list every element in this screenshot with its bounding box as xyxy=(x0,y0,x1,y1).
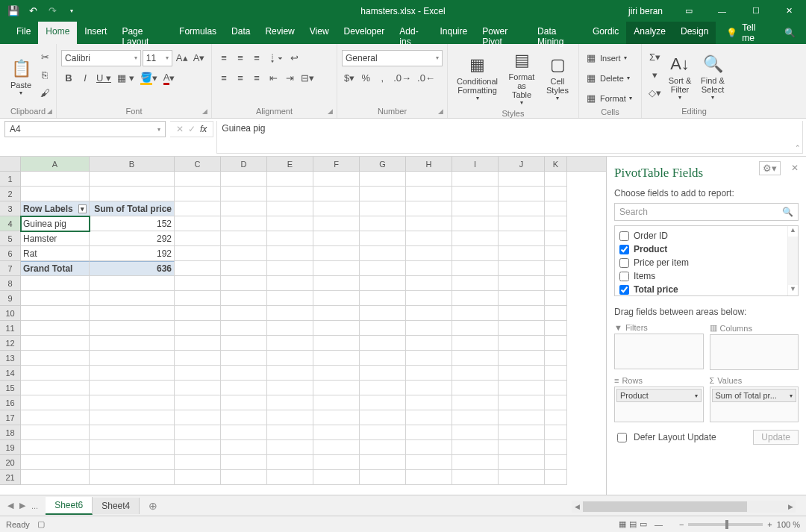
cell[interactable] xyxy=(221,440,267,455)
cell[interactable] xyxy=(267,187,313,201)
cell[interactable] xyxy=(406,306,452,321)
cell[interactable] xyxy=(360,381,406,395)
comma-format-icon[interactable]: , xyxy=(375,70,390,87)
cell[interactable] xyxy=(313,172,360,187)
cell[interactable] xyxy=(313,261,360,276)
view-page-layout-icon[interactable]: ▤ xyxy=(629,519,637,529)
cell[interactable] xyxy=(452,172,499,187)
underline-button[interactable]: U ▾ xyxy=(94,70,113,87)
cell[interactable]: 636 xyxy=(90,261,175,276)
sheet-nav-prev-icon[interactable]: ◀ xyxy=(7,501,13,510)
cell[interactable] xyxy=(406,440,452,455)
field-item[interactable]: Order ID xyxy=(615,229,798,242)
fill-color-icon[interactable]: 🪣▾ xyxy=(138,70,160,87)
cell[interactable] xyxy=(406,470,452,485)
tab-home[interactable]: Home xyxy=(38,22,77,44)
cell[interactable] xyxy=(545,395,567,410)
cell[interactable] xyxy=(221,172,267,187)
cell[interactable] xyxy=(90,455,175,470)
percent-format-icon[interactable]: % xyxy=(358,70,373,87)
cell[interactable] xyxy=(90,351,175,366)
row-header[interactable]: 2 xyxy=(0,187,21,201)
col-header-f[interactable]: F xyxy=(313,157,360,171)
cell[interactable] xyxy=(499,172,545,187)
cell[interactable] xyxy=(267,172,313,187)
cell[interactable] xyxy=(313,291,360,306)
col-header-d[interactable]: D xyxy=(221,157,267,171)
cell[interactable] xyxy=(221,366,267,381)
fx-expand-icon[interactable]: ⌃ xyxy=(795,144,801,151)
cell[interactable] xyxy=(313,306,360,321)
cell[interactable] xyxy=(360,321,406,336)
cell[interactable] xyxy=(452,291,499,306)
cell[interactable] xyxy=(175,291,221,306)
tab-insert[interactable]: Insert xyxy=(77,22,114,44)
cell[interactable] xyxy=(545,425,567,440)
align-middle-icon[interactable]: ≡ xyxy=(233,50,248,66)
cell[interactable] xyxy=(175,172,221,187)
undo-icon[interactable]: ↶ xyxy=(27,5,39,17)
cell[interactable] xyxy=(452,246,499,261)
cell[interactable] xyxy=(313,187,360,201)
format-as-table-button[interactable]: ▤Format as Table▾ xyxy=(502,46,541,109)
tab-developer[interactable]: Developer xyxy=(337,22,393,44)
copy-icon[interactable]: ⎘ xyxy=(37,66,52,83)
tell-me[interactable]: 💡Tell me xyxy=(716,22,774,44)
cell[interactable] xyxy=(175,410,221,425)
cell[interactable] xyxy=(221,231,267,246)
tab-file[interactable]: File xyxy=(9,22,38,44)
cell[interactable] xyxy=(545,381,567,395)
cell[interactable] xyxy=(545,410,567,425)
cell[interactable] xyxy=(313,246,360,261)
cell[interactable] xyxy=(499,261,545,276)
cell[interactable] xyxy=(221,321,267,336)
shrink-font-icon[interactable]: A▾ xyxy=(191,50,207,66)
cell[interactable] xyxy=(221,381,267,395)
orientation-icon[interactable]: ⭭▾ xyxy=(266,50,285,66)
cell[interactable] xyxy=(221,395,267,410)
horizontal-scrollbar[interactable]: ◀▶ xyxy=(572,501,796,513)
col-header-h[interactable]: H xyxy=(406,157,452,171)
sheet-nav-next-icon[interactable]: ▶ xyxy=(19,501,25,510)
cell[interactable] xyxy=(221,201,267,216)
cell[interactable] xyxy=(90,366,175,381)
cell[interactable] xyxy=(313,276,360,291)
cell[interactable] xyxy=(452,440,499,455)
cell[interactable] xyxy=(499,321,545,336)
minimize-icon[interactable]: — xyxy=(705,0,739,22)
align-top-icon[interactable]: ≡ xyxy=(216,50,231,66)
cell[interactable] xyxy=(267,276,313,291)
cell[interactable] xyxy=(360,306,406,321)
cell[interactable] xyxy=(313,231,360,246)
cell[interactable] xyxy=(360,187,406,201)
cell[interactable] xyxy=(545,187,567,201)
cell[interactable] xyxy=(406,201,452,216)
cell[interactable] xyxy=(452,231,499,246)
clipboard-dialog-icon[interactable]: ◢ xyxy=(47,107,52,115)
cell[interactable] xyxy=(267,321,313,336)
cell[interactable] xyxy=(545,306,567,321)
cell[interactable] xyxy=(545,336,567,351)
close-icon[interactable]: ✕ xyxy=(772,0,806,22)
field-checkbox[interactable] xyxy=(619,285,629,295)
share-button[interactable]: 🔍 xyxy=(774,22,806,44)
tab-data[interactable]: Data xyxy=(224,22,257,44)
cell[interactable] xyxy=(90,440,175,455)
cell[interactable] xyxy=(545,276,567,291)
cell[interactable] xyxy=(221,470,267,485)
cell[interactable] xyxy=(499,306,545,321)
cell[interactable]: Row Labels▾ xyxy=(21,201,90,216)
find-select-button[interactable]: 🔍Find & Select▾ xyxy=(696,46,729,107)
cell[interactable] xyxy=(452,425,499,440)
bold-button[interactable]: B xyxy=(61,70,76,87)
align-center-icon[interactable]: ≡ xyxy=(233,70,248,87)
cell[interactable] xyxy=(90,321,175,336)
cell[interactable] xyxy=(221,410,267,425)
cell[interactable] xyxy=(499,381,545,395)
cell[interactable] xyxy=(545,366,567,381)
cell[interactable] xyxy=(360,455,406,470)
cell[interactable] xyxy=(267,306,313,321)
cell[interactable] xyxy=(175,231,221,246)
macro-record-icon[interactable]: ▢ xyxy=(37,519,45,529)
sheet-tab-sheet4[interactable]: Sheet4 xyxy=(93,498,140,514)
